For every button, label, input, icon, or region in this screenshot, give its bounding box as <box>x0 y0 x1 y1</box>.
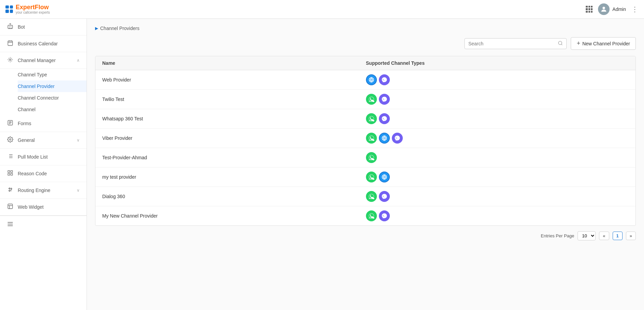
search-box[interactable] <box>464 38 567 49</box>
per-page-label: Entries Per Page <box>541 233 574 238</box>
svg-rect-6 <box>8 41 13 46</box>
sidebar-label-channel-manager: Channel Manager <box>18 58 73 63</box>
tagline: your callcenter experts <box>16 11 50 14</box>
svg-point-3 <box>11 26 11 27</box>
sidebar-item-bot[interactable]: Bot <box>0 19 87 35</box>
sidebar-item-channel-connector[interactable]: Channel Connector <box>18 92 87 104</box>
svg-point-7 <box>10 59 11 61</box>
table-row[interactable]: Twilio Test <box>95 90 635 109</box>
routing-engine-arrow: ∨ <box>77 188 80 193</box>
table-row[interactable]: my test provider <box>95 167 635 187</box>
whatsapp-icon <box>366 94 377 105</box>
provider-channels <box>359 70 635 90</box>
sidebar-label-business-calendar: Business Calendar <box>18 41 80 46</box>
svg-rect-17 <box>11 171 13 172</box>
sidebar-label-channel-provider: Channel Provider <box>18 84 80 89</box>
sidebar-item-routing-engine[interactable]: Routing Engine ∨ <box>0 182 87 199</box>
sidebar-label-forms: Forms <box>18 121 80 126</box>
svg-rect-4 <box>9 28 10 29</box>
next-page-button[interactable]: » <box>626 232 636 240</box>
svg-line-29 <box>562 44 563 45</box>
sidebar-item-general[interactable]: General ∨ <box>0 132 87 149</box>
table-row[interactable]: My New Channel Provider <box>95 206 635 226</box>
web-widget-icon <box>7 203 14 211</box>
general-icon <box>7 136 14 144</box>
channel-manager-icon <box>7 57 14 64</box>
sidebar-item-channel-provider[interactable]: Channel Provider <box>18 80 87 92</box>
user-area[interactable]: Admin <box>598 3 626 15</box>
topbar: ExpertFlow your callcenter experts Admin… <box>0 0 644 19</box>
provider-channels <box>359 109 635 129</box>
table-row[interactable]: Test-Provider-Ahmad <box>95 148 635 167</box>
svg-rect-19 <box>11 174 13 175</box>
table-row[interactable]: Dialog 360 <box>95 187 635 206</box>
table-row[interactable]: Viber Provider <box>95 129 635 148</box>
web-icon <box>379 133 390 144</box>
sidebar-label-channel-connector: Channel Connector <box>18 95 80 101</box>
per-page-select[interactable]: 10 25 50 <box>578 231 596 240</box>
admin-name: Admin <box>612 6 626 12</box>
sidebar-label-pull-mode-list: Pull Mode List <box>18 154 80 160</box>
breadcrumb-arrow: ▶ <box>95 26 98 31</box>
logo: ExpertFlow your callcenter experts <box>5 4 50 15</box>
channel-icons <box>366 191 629 202</box>
general-arrow: ∨ <box>77 138 80 143</box>
sidebar-label-channel-type: Channel Type <box>18 72 80 77</box>
prev-page-button[interactable]: « <box>599 232 609 240</box>
new-channel-provider-button[interactable]: + New Channel Provider <box>571 37 636 50</box>
svg-rect-1 <box>8 25 13 29</box>
web-icon <box>366 74 377 85</box>
table-row[interactable]: Whatsapp 360 Test <box>95 109 635 129</box>
svg-rect-22 <box>8 204 13 209</box>
sidebar-item-forms[interactable]: Forms <box>0 115 87 132</box>
viber-icon <box>379 113 390 124</box>
channel-providers-table: Name Supported Channel Types Web Provide… <box>95 56 636 226</box>
sidebar-item-channel-type[interactable]: Channel Type <box>18 69 87 80</box>
sidebar-label-reason-code: Reason Code <box>18 171 80 176</box>
svg-rect-5 <box>11 28 12 29</box>
sidebar-item-reason-code[interactable]: Reason Code <box>0 165 87 182</box>
provider-name: My New Channel Provider <box>95 206 359 226</box>
col-channel-types: Supported Channel Types <box>359 56 635 70</box>
provider-name: Viber Provider <box>95 129 359 148</box>
svg-rect-18 <box>8 174 10 175</box>
provider-channels <box>359 90 635 109</box>
search-input[interactable] <box>468 41 555 46</box>
hamburger-menu[interactable] <box>0 216 87 234</box>
provider-name: my test provider <box>95 167 359 187</box>
reason-code-icon <box>7 170 14 177</box>
viber-icon <box>392 133 403 144</box>
table-header: Name Supported Channel Types <box>95 56 635 70</box>
layout: Bot Business Calendar Channel Manager ∧ <box>0 19 644 310</box>
sidebar-item-web-widget[interactable]: Web Widget <box>0 199 87 216</box>
grid-icon[interactable] <box>586 6 593 13</box>
svg-point-28 <box>558 41 562 44</box>
sidebar-item-channel[interactable]: Channel <box>18 104 87 115</box>
channel-icons <box>366 210 629 221</box>
more-options-icon[interactable]: ⋮ <box>631 5 639 13</box>
svg-point-36 <box>382 175 387 179</box>
brand-name: ExpertFlow <box>16 4 50 11</box>
col-name: Name <box>95 56 359 70</box>
calendar-icon <box>7 40 14 47</box>
bot-icon <box>7 23 14 31</box>
viber-icon <box>379 74 390 85</box>
sidebar-item-channel-manager[interactable]: Channel Manager ∧ <box>0 52 87 69</box>
routing-engine-icon <box>7 187 14 194</box>
channel-manager-arrow: ∧ <box>77 58 80 63</box>
whatsapp-icon <box>366 133 377 144</box>
sidebar-item-pull-mode-list[interactable]: Pull Mode List <box>0 149 87 165</box>
sidebar-label-channel: Channel <box>18 107 80 112</box>
breadcrumb-label: Channel Providers <box>100 26 139 31</box>
avatar <box>598 3 610 15</box>
sidebar-label-general: General <box>18 137 73 143</box>
sidebar-label-routing-engine: Routing Engine <box>18 188 73 193</box>
whatsapp-icon <box>366 113 377 124</box>
topbar-right: Admin ⋮ <box>586 3 639 15</box>
whatsapp-icon <box>366 210 377 221</box>
table-row[interactable]: Web Provider <box>95 70 635 90</box>
provider-name: Web Provider <box>95 70 359 90</box>
sidebar-item-business-calendar[interactable]: Business Calendar <box>0 35 87 52</box>
svg-point-2 <box>9 26 10 27</box>
provider-channels <box>359 206 635 226</box>
